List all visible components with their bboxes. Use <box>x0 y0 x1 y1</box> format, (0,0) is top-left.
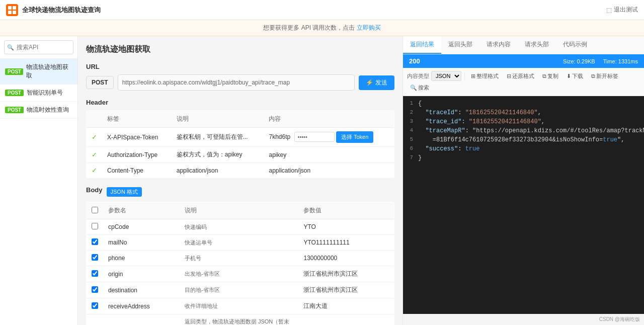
url-row: POST ⚡ 发送 <box>86 74 394 91</box>
send-button[interactable]: ⚡ 发送 <box>359 75 394 90</box>
body-col-desc: 说明 <box>180 202 299 219</box>
right-tabs: 返回结果 返回头部 请求内容 请求头部 代码示例 <box>403 36 644 54</box>
tab-return-header[interactable]: 返回头部 <box>441 36 479 54</box>
row-checkbox-1[interactable] <box>92 238 98 245</box>
row-checkbox-3[interactable] <box>92 270 98 277</box>
search-box: 🔍 <box>0 36 77 59</box>
tab-request-header[interactable]: 请求头部 <box>518 36 556 54</box>
url-section: URL POST ⚡ 发送 <box>86 63 394 91</box>
cell-content: 7khd6tp 选择 Token <box>264 128 394 147</box>
status-code: 200 <box>409 57 420 65</box>
sidebar-item-identify[interactable]: POST 智能识别单号 <box>0 85 77 102</box>
sidebar-item-timeliness[interactable]: POST 物流时效性查询 <box>0 102 77 119</box>
method-badge-2: POST <box>5 107 24 113</box>
token-button[interactable]: 选择 Token <box>336 131 373 143</box>
copy-button[interactable]: ⧉ 复制 <box>539 71 561 81</box>
cell-desc: 鉴权方式，值为：apikey <box>172 147 264 163</box>
tab-request-content[interactable]: 请求内容 <box>479 36 518 54</box>
restore-button[interactable]: ⊟ 还原格式 <box>504 71 537 81</box>
cell-param-name: cpCode <box>103 219 180 235</box>
download-button[interactable]: ⬇ 下载 <box>564 71 586 81</box>
check-icon: ✓ <box>92 133 97 141</box>
search-input[interactable] <box>4 40 73 54</box>
notice-bar: 想要获得更多 API 调用次数，点击 立即购买 <box>0 20 644 36</box>
page-title: 物流轨迹地图获取 <box>86 44 394 55</box>
cell-param-value: YTO <box>298 219 394 235</box>
restore-icon: ⊟ <box>507 73 511 79</box>
method-badge-0: POST <box>5 68 23 75</box>
table-row: responseModel 返回类型，物流轨迹地图数据 JSON（暂未开放）物流… <box>87 314 394 326</box>
cell-desc: 鉴权私钥，可登陆后在管... <box>172 128 264 147</box>
cell-param-value: 浙江省杭州市滨江区 <box>298 266 394 282</box>
table-row: destination 目的地-省市区 浙江省杭州市滨江区 <box>87 282 394 298</box>
exit-icon: ⬚ <box>606 7 612 14</box>
row-checkbox-5[interactable] <box>92 302 98 309</box>
table-row: receiveAddress 收件详细地址 江南大道 <box>87 298 394 314</box>
sidebar-item-label-1: 智能识别单号 <box>27 89 63 97</box>
app-title: 全球快递物流地图轨迹查询 <box>22 6 101 15</box>
header-col-tag: 标签 <box>102 111 172 128</box>
content-type-label: 内容类型 <box>407 72 429 80</box>
new-tab-button[interactable]: ⧉ 新开标签 <box>588 71 621 81</box>
watermark: CSDN @海碗吃饭 <box>403 314 644 325</box>
cell-content: apikey <box>264 147 394 163</box>
url-input[interactable] <box>118 74 355 91</box>
format-select[interactable]: JSON <box>431 71 461 81</box>
table-row: ✓ X-APISpace-Token 鉴权私钥，可登陆后在管... 7khd6t… <box>87 128 394 147</box>
search-button[interactable]: 🔍 搜索 <box>407 83 432 93</box>
cell-tag: Authorization-Type <box>102 147 172 163</box>
status-meta: Size: 0.29KB Time: 1331ms <box>563 58 638 64</box>
cell-desc: application/json <box>172 163 264 178</box>
cell-param-desc: 快递编码 <box>180 219 299 235</box>
tidy-button[interactable]: ⊞ 整理格式 <box>468 71 502 81</box>
token-input[interactable] <box>294 132 335 142</box>
row-checkbox-2[interactable] <box>92 254 98 261</box>
new-tab-icon: ⧉ <box>591 73 595 79</box>
cell-param-value: 江南大道 <box>298 298 394 314</box>
tab-code-example[interactable]: 代码示例 <box>556 36 594 54</box>
header-section-title: Header <box>86 99 394 106</box>
body-header: Body JSON 格式 <box>86 186 394 198</box>
cell-param-desc: 收件详细地址 <box>180 298 299 314</box>
top-bar-left: 全球快递物流地图轨迹查询 <box>6 4 101 16</box>
send-icon: ⚡ <box>366 79 373 86</box>
url-method-label: POST <box>86 76 114 89</box>
cell-param-name: receiveAddress <box>103 298 180 314</box>
cell-param-desc: 目的地-省市区 <box>180 282 299 298</box>
sidebar-item-trace-map[interactable]: POST 物流轨迹地图获取 <box>0 59 77 85</box>
header-col-content: 内容 <box>264 111 394 128</box>
search-icon: 🔍 <box>7 44 14 51</box>
row-checkbox-0[interactable] <box>92 223 98 229</box>
check-icon: ✓ <box>92 151 97 158</box>
tab-return-result[interactable]: 返回结果 <box>403 36 441 54</box>
body-section: Body JSON 格式 参数名 说明 参数值 cpCode 快递编码 YTO … <box>86 186 394 325</box>
search-icon-toolbar: 🔍 <box>410 85 417 91</box>
sidebar-item-label-0: 物流轨迹地图获取 <box>26 63 72 80</box>
select-all-checkbox[interactable] <box>92 207 98 213</box>
status-time: Time: 1331ms <box>603 58 638 64</box>
download-icon: ⬇ <box>567 73 571 79</box>
svg-rect-1 <box>13 6 16 10</box>
main-layout: 🔍 POST 物流轨迹地图获取 POST 智能识别单号 POST 物流时效性查询… <box>0 36 644 325</box>
table-row: cpCode 快递编码 YTO <box>87 219 394 235</box>
sidebar-item-label-2: 物流时效性查询 <box>27 106 69 114</box>
cell-param-desc: 手机号 <box>180 251 299 266</box>
table-row: mailNo 快递运单号 YTO1111111111 <box>87 235 394 251</box>
table-row: phone 手机号 1300000000 <box>87 251 394 266</box>
toolbar-divider-1 <box>464 72 465 80</box>
cell-param-desc: 出发地-省市区 <box>180 266 299 282</box>
cell-param-name: origin <box>103 266 180 282</box>
buy-link[interactable]: 立即购买 <box>357 24 381 32</box>
cell-tag: Content-Type <box>102 163 172 178</box>
code-line: 2 "traceId": "181625520421146840", <box>403 109 644 118</box>
body-col-name: 参数名 <box>103 202 180 219</box>
body-col-value: 参数值 <box>298 202 394 219</box>
cell-tag: X-APISpace-Token <box>102 128 172 147</box>
body-table: 参数名 说明 参数值 cpCode 快递编码 YTO mailNo 快递运单号 … <box>86 202 394 325</box>
header-section: Header 标签 说明 内容 ✓ X-APISpace-Token 鉴权私钥，… <box>86 99 394 178</box>
table-row: ✓ Content-Type application/json applicat… <box>87 163 394 178</box>
row-checkbox-4[interactable] <box>92 286 98 293</box>
cell-param-desc: 返回类型，物流轨迹地图数据 JSON（暂未开放）物流轨迹地图PC链接 PC（暂未… <box>180 314 299 326</box>
exit-button[interactable]: ⬚ 退出测试 <box>606 6 638 14</box>
status-size: Size: 0.29KB <box>563 58 595 64</box>
